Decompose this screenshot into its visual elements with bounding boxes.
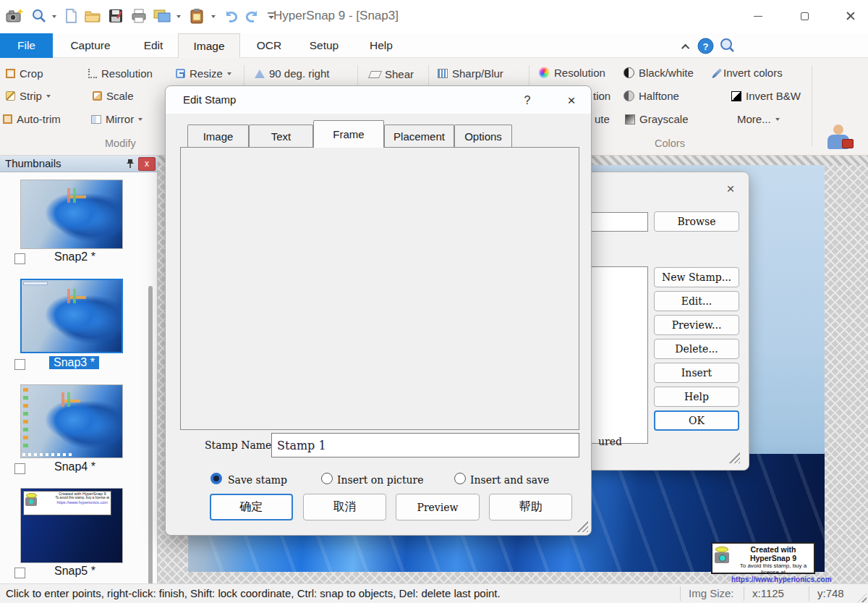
thumbnails-title: Thumbnails <box>5 157 61 169</box>
auto-trim-button[interactable]: Auto-trim <box>3 113 61 125</box>
strip-button[interactable]: Strip <box>6 90 51 102</box>
print-icon[interactable] <box>129 5 149 27</box>
help-icon[interactable]: ? <box>696 37 715 54</box>
thumbnail-snap3[interactable] <box>20 279 123 353</box>
resolution-button[interactable]: Resolution <box>88 67 153 80</box>
tab-edit[interactable]: Edit <box>130 33 176 58</box>
invert-colors-button[interactable]: Invert colors <box>716 67 783 79</box>
collapse-ribbon-icon[interactable] <box>678 38 694 56</box>
resize-caret-icon <box>227 72 231 77</box>
zoom-dropdown-caret-icon[interactable] <box>52 15 56 20</box>
edit-button[interactable]: Edit... <box>654 291 739 311</box>
halftone-button[interactable]: Halftone <box>624 90 679 102</box>
tab-image[interactable]: Image <box>178 33 240 58</box>
zoom-icon[interactable] <box>30 5 48 27</box>
snap5-stamp: Created with HyperSnap 9 To avoid this s… <box>23 491 111 515</box>
search-icon[interactable] <box>718 37 736 54</box>
thumbnails-close-button[interactable]: x <box>138 157 156 171</box>
insert-button[interactable]: Insert <box>654 363 739 383</box>
frame-tab-page <box>180 147 579 430</box>
maximize-button[interactable] <box>790 6 819 26</box>
tab-options-stamp[interactable]: Options <box>454 125 512 147</box>
thumbnail-snap4[interactable] <box>20 384 123 458</box>
scale-button[interactable]: Scale <box>93 90 134 102</box>
tab-ocr[interactable]: OCR <box>247 33 291 58</box>
snap5-checkbox[interactable] <box>14 568 25 578</box>
color-resolution-button[interactable]: Resolution <box>539 67 605 79</box>
preview-button-main[interactable]: Preview <box>396 494 480 520</box>
window-title: HyperSnap 9 - [Snap3] <box>273 9 399 23</box>
shear-button[interactable]: Shear <box>370 68 414 80</box>
tab-frame-stamp[interactable]: Frame <box>313 120 384 148</box>
pin-icon[interactable] <box>124 158 136 169</box>
tab-image-stamp[interactable]: Image <box>187 125 249 147</box>
black-white-icon <box>624 67 634 78</box>
menu-tab-row: File Capture Edit Image OCR Setup Help ?… <box>0 33 868 58</box>
shear-icon <box>368 71 382 78</box>
snap3-checkbox[interactable] <box>14 359 25 370</box>
redo-icon[interactable] <box>243 5 263 27</box>
stamp-name-input[interactable]: Stamp 1 <box>271 433 579 457</box>
grayscale-icon <box>625 114 635 125</box>
save-icon[interactable] <box>106 5 126 27</box>
sharp-blur-button[interactable]: Sharp/Blur <box>438 67 503 80</box>
tab-capture[interactable]: Capture <box>64 33 117 58</box>
new-stamp-button[interactable]: New Stamp... <box>654 267 739 287</box>
browse-button[interactable]: Browse <box>654 211 739 232</box>
copy-dropdown-caret-icon[interactable] <box>176 15 181 20</box>
new-file-icon[interactable] <box>61 5 81 27</box>
snap2-checkbox[interactable] <box>14 253 25 264</box>
thumbnails-scrollbar[interactable] <box>148 286 153 603</box>
snap5-label[interactable]: Snap5 * <box>54 565 95 578</box>
capture-icon[interactable] <box>4 5 25 27</box>
tab-placement-stamp[interactable]: Placement <box>384 125 454 147</box>
help-button-cn[interactable]: 帮助 <box>489 494 572 520</box>
save-stamp-radio[interactable] <box>210 473 222 484</box>
stamps-resize-grip[interactable] <box>728 452 740 463</box>
tab-file[interactable]: File <box>0 33 53 58</box>
img-size-label: Img Size: <box>689 587 734 599</box>
tab-help[interactable]: Help <box>359 33 404 58</box>
copy-images-icon[interactable] <box>152 5 172 27</box>
tab-setup[interactable]: Setup <box>299 33 349 58</box>
insert-on-picture-radio[interactable] <box>321 473 333 484</box>
stamps-close-button[interactable]: × <box>723 181 739 197</box>
paste-dropdown-caret-icon[interactable] <box>211 15 216 20</box>
invert-bw-icon <box>731 91 741 101</box>
delete-button[interactable]: Delete... <box>654 339 739 359</box>
ok-button[interactable]: OK <box>654 410 739 431</box>
tab-text-stamp[interactable]: Text <box>249 125 313 147</box>
more-colors-button[interactable]: More... <box>737 113 780 125</box>
scale-icon <box>93 91 102 101</box>
preview-button[interactable]: Preview... <box>654 315 739 335</box>
undo-icon[interactable] <box>220 5 240 27</box>
mirror-button[interactable]: Mirror <box>91 113 142 125</box>
edit-stamp-close-button[interactable]: × <box>562 92 581 109</box>
close-button[interactable] <box>836 6 865 26</box>
invert-bw-button[interactable]: Invert B&W <box>731 90 801 102</box>
grayscale-button[interactable]: Grayscale <box>625 113 689 125</box>
ok-button-cn[interactable]: 确定 <box>210 494 293 520</box>
help-button[interactable]: Help <box>654 387 739 407</box>
thumbnail-snap5[interactable]: Created with HyperSnap 9 To avoid this s… <box>20 488 123 563</box>
insert-and-save-radio[interactable] <box>454 473 466 484</box>
snap4-label[interactable]: Snap4 * <box>54 460 95 473</box>
crop-button[interactable]: Crop <box>6 67 43 80</box>
snap4-checkbox[interactable] <box>14 463 25 474</box>
snap3-label[interactable]: Snap3 * <box>49 356 99 369</box>
minimize-button[interactable] <box>744 6 773 26</box>
edit-stamp-help-button[interactable]: ? <box>519 92 536 109</box>
halftone-icon <box>624 90 634 101</box>
insert-and-save-label: Insert and save <box>470 474 549 486</box>
resize-button[interactable]: Resize <box>176 67 231 80</box>
black-white-button[interactable]: Black/white <box>624 67 694 79</box>
open-folder-icon[interactable] <box>82 5 103 27</box>
window-resize-grip[interactable] <box>858 594 867 602</box>
snap2-label[interactable]: Snap2 * <box>54 250 95 263</box>
rotate-90-button[interactable]: 90 deg. right <box>255 67 329 80</box>
paste-icon[interactable] <box>187 5 207 27</box>
edit-stamp-resize-grip[interactable] <box>576 520 588 532</box>
cancel-button-cn[interactable]: 取消 <box>303 494 386 520</box>
thumbnail-snap2[interactable] <box>20 180 123 249</box>
ribbon-separator <box>812 65 812 146</box>
